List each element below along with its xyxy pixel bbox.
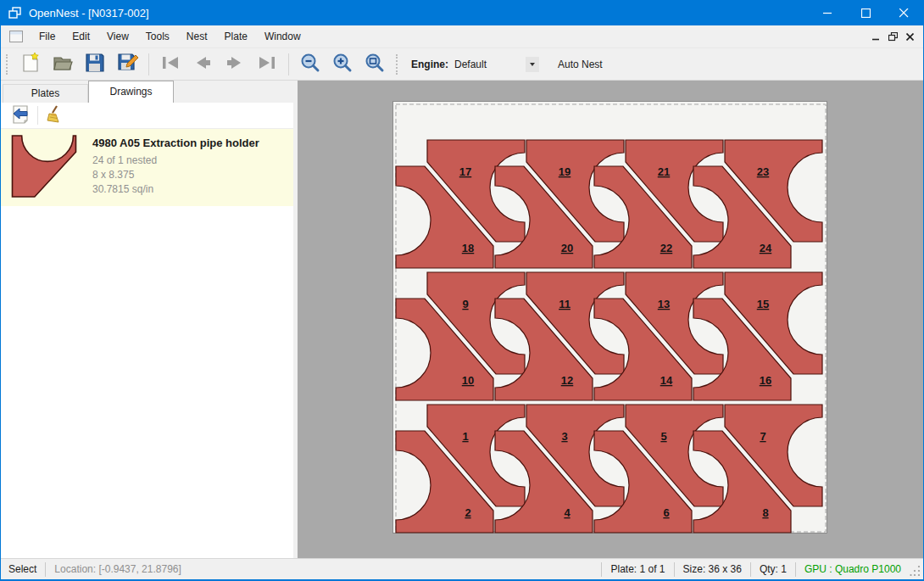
status-gpu: GPU : Quadro P1000 <box>795 562 910 577</box>
drawing-title: 4980 A05 Extraction pipe holder <box>92 137 259 149</box>
zoom-in-icon <box>331 52 353 76</box>
plate-sheet[interactable]: 171819202122232491011121314151612345678 <box>392 101 827 534</box>
toolbar-grip[interactable] <box>6 54 10 75</box>
window-title: OpenNest - [N0317-002] <box>29 7 149 20</box>
part-number-label: 3 <box>561 430 567 443</box>
previous-arrow-icon <box>192 52 214 76</box>
last-plate-button[interactable] <box>253 51 281 78</box>
auto-nest-button[interactable]: Auto Nest <box>553 55 608 74</box>
drawing-dimensions: 8 x 8.375 <box>92 168 259 182</box>
status-qty: Qty: 1 <box>750 562 795 577</box>
tab-drawings[interactable]: Drawings <box>88 81 174 103</box>
part-number-label: 4 <box>564 506 571 519</box>
menu-edit[interactable]: Edit <box>64 26 98 47</box>
part-number-label: 2 <box>465 506 470 519</box>
chevron-down-icon <box>530 63 535 66</box>
panel-toolbar-separator <box>37 106 38 125</box>
mdi-minimize-button[interactable] <box>867 29 884 44</box>
toolbar-separator <box>288 53 289 75</box>
import-drawing-icon <box>10 104 31 127</box>
engine-select[interactable]: Default <box>454 55 539 74</box>
part-number-label: 16 <box>760 374 771 387</box>
open-button[interactable] <box>48 51 77 78</box>
new-file-icon <box>19 52 42 76</box>
menu-view[interactable]: View <box>98 26 137 47</box>
mdi-restore-button[interactable] <box>884 29 901 44</box>
app-icon <box>8 6 22 20</box>
part-number-label: 7 <box>760 430 765 443</box>
document-window-icon <box>9 31 23 42</box>
menu-file[interactable]: File <box>31 26 64 47</box>
engine-label: Engine: <box>411 59 448 70</box>
menu-nest[interactable]: Nest <box>178 26 216 47</box>
tab-plates[interactable]: Plates <box>3 84 88 103</box>
part-number-label: 5 <box>660 430 666 443</box>
broom-icon <box>45 104 65 127</box>
maximize-button[interactable] <box>847 0 885 25</box>
part-number-label: 18 <box>462 242 474 254</box>
main-toolbar: Engine: Default Auto Nest <box>1 48 923 81</box>
part-thumbnail <box>9 135 81 199</box>
drawings-toolbar <box>1 103 293 129</box>
part-number-label: 8 <box>762 506 768 519</box>
drawing-nested-count: 24 of 1 nested <box>92 154 259 168</box>
first-arrow-icon <box>159 52 181 76</box>
part-number-label: 21 <box>658 165 670 178</box>
close-button[interactable] <box>885 0 923 25</box>
save-as-button[interactable] <box>113 51 142 78</box>
part-number-label: 24 <box>760 242 772 254</box>
open-folder-icon <box>52 52 74 76</box>
next-plate-button[interactable] <box>220 51 249 78</box>
clear-drawings-button[interactable] <box>42 104 68 126</box>
part-number-label: 14 <box>660 374 673 387</box>
status-location: Location: [-0.9437, 21.8796] <box>46 562 189 576</box>
mdi-close-button[interactable] <box>901 29 918 44</box>
menu-window[interactable]: Window <box>256 26 309 47</box>
previous-plate-button[interactable] <box>188 51 217 78</box>
part-number-label: 19 <box>559 165 571 178</box>
drawing-list-item[interactable]: 4980 A05 Extraction pipe holder 24 of 1 … <box>1 129 293 206</box>
part-number-label: 1 <box>462 430 468 443</box>
zoom-out-icon <box>299 52 321 76</box>
part-number-label: 23 <box>757 165 769 178</box>
next-arrow-icon <box>224 52 246 76</box>
minimize-button[interactable] <box>809 0 847 25</box>
import-drawing-button[interactable] <box>8 104 33 126</box>
menu-plate[interactable]: Plate <box>216 26 256 47</box>
toolbar-separator <box>148 53 149 75</box>
engine-selected-value: Default <box>454 59 524 70</box>
part-number-label: 15 <box>757 298 769 310</box>
toolbar-grip[interactable] <box>396 54 400 75</box>
menu-tools[interactable]: Tools <box>137 26 178 47</box>
part-number-label: 12 <box>561 374 573 387</box>
zoom-fit-icon <box>364 52 386 76</box>
resize-grip[interactable] <box>910 561 921 578</box>
part-number-label: 11 <box>559 298 571 310</box>
new-button[interactable] <box>16 51 45 78</box>
save-edit-icon <box>116 52 138 76</box>
part-number-label: 10 <box>462 374 474 387</box>
save-button[interactable] <box>81 51 109 78</box>
part-number-label: 13 <box>658 298 670 310</box>
part-number-label: 17 <box>459 165 471 178</box>
sidebar-tabstrip: Plates Drawings <box>1 81 298 103</box>
title-bar: OpenNest - [N0317-002] <box>1 0 923 25</box>
drawing-area: 30.7815 sq/in <box>92 182 259 197</box>
opennest-window: OpenNest - [N0317-002] File Edit View To… <box>0 0 924 581</box>
sidebar: Plates Drawings <box>1 81 298 558</box>
status-size: Size: 36 x 36 <box>674 562 750 577</box>
part-number-label: 6 <box>663 506 669 519</box>
first-plate-button[interactable] <box>156 51 185 78</box>
part-number-label: 22 <box>660 242 672 254</box>
nest-canvas[interactable]: 171819202122232491011121314151612345678 <box>298 81 923 558</box>
zoom-out-button[interactable] <box>296 51 325 78</box>
combo-dropdown-button[interactable] <box>526 57 539 72</box>
status-bar: Select Location: [-0.9437, 21.8796] Plat… <box>1 558 923 579</box>
zoom-fit-button[interactable] <box>360 51 389 78</box>
zoom-in-button[interactable] <box>328 51 357 78</box>
status-mode: Select <box>1 562 45 576</box>
part-number-label: 20 <box>561 242 573 254</box>
menu-bar: File Edit View Tools Nest Plate Window <box>1 25 923 48</box>
last-arrow-icon <box>256 52 278 76</box>
part-number-label: 9 <box>462 298 468 310</box>
